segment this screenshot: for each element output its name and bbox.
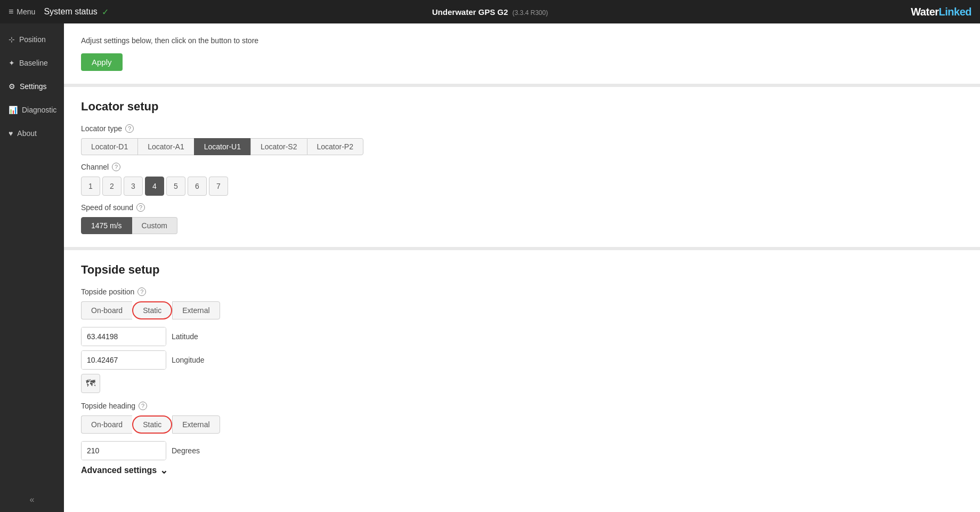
map-icon-button[interactable]: 🗺 bbox=[81, 374, 100, 393]
apply-section: Adjust settings below, then click on the… bbox=[64, 23, 980, 87]
brand-water: Water bbox=[911, 6, 938, 18]
channel-label-row: Channel ? bbox=[81, 163, 963, 171]
sidebar-item-about[interactable]: ♥ About bbox=[0, 122, 64, 145]
topside-position-group: On-board Static External bbox=[81, 301, 963, 319]
locator-setup-title: Locator setup bbox=[81, 100, 963, 114]
heading-static-btn[interactable]: Static bbox=[132, 415, 172, 434]
device-title: Underwater GPS G2 (3.3.4 R300) bbox=[432, 7, 548, 17]
status-label: System status bbox=[44, 7, 97, 17]
locator-a1-btn[interactable]: Locator-A1 bbox=[137, 138, 193, 155]
sidebar-label-baseline: Baseline bbox=[19, 59, 48, 67]
latitude-input[interactable] bbox=[82, 327, 166, 346]
speed-group: 1475 m/s Custom bbox=[81, 217, 963, 234]
topside-position-help-icon[interactable]: ? bbox=[137, 287, 146, 296]
locator-p2-btn[interactable]: Locator-P2 bbox=[307, 138, 363, 155]
longitude-row: ▲ ▼ Longitude bbox=[81, 350, 963, 370]
topside-heading-help-icon[interactable]: ? bbox=[139, 402, 147, 410]
longitude-label: Longitude bbox=[172, 356, 205, 364]
locator-type-label: Locator type bbox=[81, 124, 122, 133]
degrees-input-wrap: ▲ ▼ bbox=[81, 441, 166, 460]
topside-setup-title: Topside setup bbox=[81, 263, 963, 277]
locator-s2-btn[interactable]: Locator-S2 bbox=[250, 138, 306, 155]
device-name: Underwater GPS G2 bbox=[432, 7, 508, 17]
channel-5-btn[interactable]: 5 bbox=[166, 177, 185, 196]
position-external-btn[interactable]: External bbox=[172, 301, 220, 319]
system-status: System status ✓ bbox=[44, 7, 108, 17]
heading-external-btn[interactable]: External bbox=[172, 415, 220, 434]
speed-label: Speed of sound bbox=[81, 203, 133, 212]
settings-icon: ⚙ bbox=[9, 82, 15, 91]
sidebar-collapse-button[interactable]: « bbox=[0, 487, 64, 512]
channel-7-btn[interactable]: 7 bbox=[209, 177, 228, 196]
latitude-input-wrap: ▲ ▼ bbox=[81, 327, 166, 346]
topside-heading-label: Topside heading bbox=[81, 402, 135, 410]
brand-linked: Linked bbox=[939, 6, 971, 18]
version-label: (3.3.4 R300) bbox=[513, 9, 548, 17]
channel-2-btn[interactable]: 2 bbox=[102, 177, 122, 196]
latitude-row: ▲ ▼ Latitude bbox=[81, 327, 963, 346]
sidebar-label-position: Position bbox=[19, 35, 46, 44]
sidebar-item-baseline[interactable]: ✦ Baseline bbox=[0, 51, 64, 75]
chevron-down-icon: ⌄ bbox=[160, 465, 168, 476]
sidebar-label-about: About bbox=[17, 129, 37, 138]
about-icon: ♥ bbox=[9, 129, 13, 138]
locator-type-group: Locator-D1 Locator-A1 Locator-U1 Locator… bbox=[81, 138, 963, 155]
latitude-label: Latitude bbox=[172, 332, 198, 341]
sidebar-label-diagnostic: Diagnostic bbox=[22, 106, 56, 114]
speed-help-icon[interactable]: ? bbox=[136, 203, 145, 212]
sidebar-label-settings: Settings bbox=[20, 82, 47, 91]
sidebar: ⊹ Position ✦ Baseline ⚙ Settings 📊 Diagn… bbox=[0, 23, 64, 512]
advanced-settings-label: Advanced settings bbox=[81, 466, 157, 475]
sidebar-item-diagnostic[interactable]: 📊 Diagnostic bbox=[0, 98, 64, 122]
main-content: Adjust settings below, then click on the… bbox=[64, 23, 980, 512]
locator-d1-btn[interactable]: Locator-D1 bbox=[81, 138, 137, 155]
baseline-icon: ✦ bbox=[9, 59, 15, 67]
longitude-input[interactable] bbox=[82, 351, 166, 369]
sidebar-item-position[interactable]: ⊹ Position bbox=[0, 28, 64, 51]
hint-text: Adjust settings below, then click on the… bbox=[81, 36, 963, 45]
collapse-icon: « bbox=[30, 495, 35, 505]
brand-logo: WaterLinked bbox=[911, 6, 971, 18]
locator-u1-btn[interactable]: Locator-U1 bbox=[194, 138, 250, 155]
sidebar-item-settings[interactable]: ⚙ Settings bbox=[0, 75, 64, 98]
topside-position-label-row: Topside position ? bbox=[81, 287, 963, 296]
topside-heading-group: On-board Static External bbox=[81, 415, 963, 434]
longitude-input-wrap: ▲ ▼ bbox=[81, 350, 166, 370]
channel-4-btn[interactable]: 4 bbox=[145, 177, 164, 196]
menu-button[interactable]: ≡ Menu bbox=[9, 7, 35, 17]
degrees-label: Degrees bbox=[172, 446, 200, 455]
locator-type-help-icon[interactable]: ? bbox=[125, 124, 134, 133]
status-check-icon: ✓ bbox=[102, 7, 109, 17]
menu-label: Menu bbox=[17, 7, 35, 16]
channel-group: 1 2 3 4 5 6 7 bbox=[81, 177, 963, 196]
position-icon: ⊹ bbox=[9, 35, 15, 44]
map-icon: 🗺 bbox=[86, 378, 95, 389]
speed-custom-btn[interactable]: Custom bbox=[132, 217, 177, 234]
channel-3-btn[interactable]: 3 bbox=[124, 177, 143, 196]
speed-label-row: Speed of sound ? bbox=[81, 203, 963, 212]
advanced-settings-link[interactable]: Advanced settings ⌄ bbox=[81, 465, 963, 476]
topside-setup-section: Topside setup Topside position ? On-boar… bbox=[64, 250, 980, 489]
channel-1-btn[interactable]: 1 bbox=[81, 177, 100, 196]
apply-button[interactable]: Apply bbox=[81, 53, 123, 71]
heading-onboard-btn[interactable]: On-board bbox=[81, 415, 132, 434]
menu-icon: ≡ bbox=[9, 7, 13, 17]
speed-1475-btn[interactable]: 1475 m/s bbox=[81, 217, 132, 234]
degrees-input[interactable] bbox=[82, 442, 166, 460]
topside-position-label: Topside position bbox=[81, 287, 134, 296]
position-static-btn[interactable]: Static bbox=[132, 301, 172, 319]
locator-type-label-row: Locator type ? bbox=[81, 124, 963, 133]
position-onboard-btn[interactable]: On-board bbox=[81, 301, 132, 319]
locator-setup-section: Locator setup Locator type ? Locator-D1 … bbox=[64, 87, 980, 250]
diagnostic-icon: 📊 bbox=[9, 106, 18, 114]
channel-6-btn[interactable]: 6 bbox=[188, 177, 207, 196]
channel-help-icon[interactable]: ? bbox=[112, 163, 120, 171]
channel-label: Channel bbox=[81, 163, 109, 171]
topside-heading-label-row: Topside heading ? bbox=[81, 402, 963, 410]
topbar: ≡ Menu System status ✓ Underwater GPS G2… bbox=[0, 0, 980, 23]
degrees-row: ▲ ▼ Degrees bbox=[81, 441, 963, 460]
